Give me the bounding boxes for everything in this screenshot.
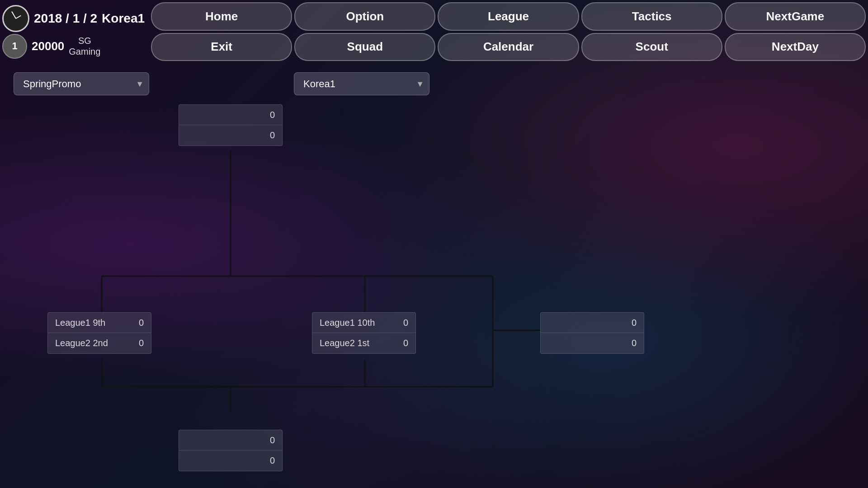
team-label: SGGaming [69, 35, 100, 57]
bottom-box-row1: 0 [179, 430, 282, 450]
far-right-box-score1: 0 [632, 318, 637, 328]
right-center-box-row1: League1 10th 0 [312, 313, 415, 333]
far-right-box-score2: 0 [632, 338, 637, 348]
right-center-box-score2: 0 [403, 338, 408, 348]
right-center-box-team1: League1 10th [320, 318, 375, 328]
left-box-team1: League1 9th [55, 318, 105, 328]
bottom-box-score1: 0 [270, 435, 275, 446]
team-name-header: Korea1 [102, 11, 145, 26]
top-bracket-box: 0 0 [179, 104, 283, 146]
tournament-dropdown[interactable]: SpringPromo Spring Summer Winter [14, 72, 149, 95]
far-right-bracket-box: 0 0 [540, 312, 644, 354]
left-bracket-box: League1 9th 0 League2 2nd 0 [47, 312, 151, 354]
left-box-row2: League2 2nd 0 [48, 333, 151, 353]
home-button[interactable]: Home [151, 2, 292, 31]
header-bottom-row: 1 20000 SGGaming [2, 34, 100, 59]
far-right-box-row2: 0 [541, 333, 644, 353]
nav-row-1: Home Option League Tactics NextGame [151, 2, 866, 31]
left-box-score2: 0 [139, 338, 144, 348]
nextday-button[interactable]: NextDay [725, 33, 866, 61]
right-center-box-row2: League2 1st 0 [312, 333, 415, 353]
dropdowns-row: SpringPromo Spring Summer Winter ▼ Korea… [9, 72, 859, 95]
nav-row-2: Exit Squad Calendar Scout NextDay [151, 33, 866, 61]
clock-icon [2, 5, 29, 32]
far-right-box-row1: 0 [541, 313, 644, 333]
bracket-lines [9, 104, 859, 412]
left-box-team2: League2 2nd [55, 338, 108, 348]
left-box-row1: League1 9th 0 [48, 313, 151, 333]
option-button[interactable]: Option [294, 2, 435, 31]
league-badge: 1 [2, 34, 27, 59]
top-box-row1: 0 [179, 105, 282, 125]
header-top-row: 2018 / 1 / 2 Korea1 [2, 5, 145, 32]
right-center-box-team2: League2 1st [320, 338, 369, 348]
exit-button[interactable]: Exit [151, 33, 292, 61]
main-content: SpringPromo Spring Summer Winter ▼ Korea… [0, 68, 868, 488]
tournament-dropdown-wrapper: SpringPromo Spring Summer Winter ▼ [14, 72, 149, 95]
nextgame-button[interactable]: NextGame [725, 2, 866, 31]
right-center-box-score1: 0 [403, 318, 408, 328]
bottom-box-score2: 0 [270, 455, 275, 466]
league-dropdown-wrapper: Korea1 Korea2 Global ▼ [294, 72, 429, 95]
calendar-button[interactable]: Calendar [438, 33, 579, 61]
bottom-box-row2: 0 [179, 450, 282, 471]
nav-buttons: Home Option League Tactics NextGame Exit… [151, 2, 866, 61]
bracket-area: 0 0 League1 9th 0 League2 2nd 0 League1 … [9, 104, 859, 412]
header: 2018 / 1 / 2 Korea1 1 20000 SGGaming Hom… [0, 0, 868, 63]
league-dropdown[interactable]: Korea1 Korea2 Global [294, 72, 429, 95]
top-box-score1: 0 [270, 110, 275, 120]
left-box-score1: 0 [139, 318, 144, 328]
header-info: 2018 / 1 / 2 Korea1 1 20000 SGGaming [2, 2, 145, 61]
date-display: 2018 / 1 / 2 [34, 11, 97, 26]
league-button[interactable]: League [438, 2, 579, 31]
top-box-row2: 0 [179, 125, 282, 145]
bottom-bracket-box: 0 0 [179, 430, 283, 471]
money-display: 20000 [32, 39, 64, 53]
scout-button[interactable]: Scout [581, 33, 722, 61]
right-center-bracket-box: League1 10th 0 League2 1st 0 [312, 312, 416, 354]
top-box-score2: 0 [270, 130, 275, 141]
tactics-button[interactable]: Tactics [581, 2, 722, 31]
squad-button[interactable]: Squad [294, 33, 435, 61]
